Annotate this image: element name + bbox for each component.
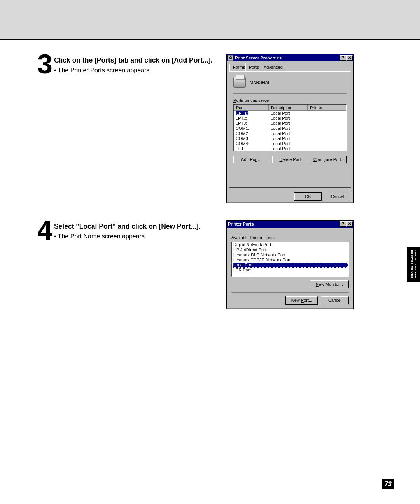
tab-strip: Forms Ports Advanced bbox=[229, 63, 351, 72]
step-4-title: Select "Local Port" and click on [New Po… bbox=[54, 222, 223, 231]
close-button[interactable]: ✕ bbox=[346, 55, 353, 61]
add-port-button[interactable]: Add Port... bbox=[233, 156, 269, 163]
close-button[interactable]: ✕ bbox=[346, 221, 353, 227]
table-row[interactable]: COM3:Local Port bbox=[234, 136, 346, 141]
printer-titlebar-icon: ⎙ bbox=[228, 55, 233, 61]
cancel-button[interactable]: Cancel bbox=[321, 296, 349, 304]
step-body: Click on the [Ports] tab and click on [A… bbox=[54, 54, 223, 74]
port-button-row: Add Port... Delete Port Configure Port..… bbox=[233, 156, 347, 163]
page-header-band bbox=[0, 0, 420, 39]
page-number: 73 bbox=[382, 479, 394, 489]
footer-buttons: New Port... Cancel bbox=[231, 296, 349, 304]
ports-listview[interactable]: Port Description Printer LPT1:Local Port… bbox=[233, 104, 347, 151]
help-button[interactable]: ? bbox=[340, 221, 346, 227]
tab-ports[interactable]: Ports bbox=[245, 63, 262, 71]
ports-on-server-label: Ports on this server bbox=[233, 98, 347, 103]
dialog-titlebar: ⎙ Print Server Properties ? ✕ bbox=[227, 54, 354, 61]
tab-advanced[interactable]: Advanced bbox=[260, 64, 286, 71]
print-server-properties-dialog: ⎙ Print Server Properties ? ✕ Forms Port… bbox=[226, 54, 354, 203]
list-item[interactable]: Local Port bbox=[233, 262, 348, 268]
help-button[interactable]: ? bbox=[340, 55, 346, 61]
col-printer[interactable]: Printer bbox=[308, 105, 346, 111]
table-row[interactable]: COM4:Local Port bbox=[234, 141, 346, 146]
available-ports-label: Available Printer Ports: bbox=[231, 235, 349, 240]
step-4-bullet: • The Port Name screen appears. bbox=[54, 233, 223, 240]
section-side-tab: INSTALLING THEPRINTER DRIVER bbox=[407, 247, 420, 282]
separator bbox=[231, 293, 349, 293]
cancel-button[interactable]: Cancel bbox=[324, 192, 351, 200]
list-item[interactable]: Digital Network Port bbox=[233, 242, 348, 247]
table-row[interactable]: LPT2:Local Port bbox=[234, 116, 346, 121]
dialog-title: Print Server Properties bbox=[235, 56, 282, 60]
step-number: 3 bbox=[37, 54, 52, 75]
col-description[interactable]: Description bbox=[269, 105, 308, 111]
ports-label-rest: orts on this server bbox=[236, 98, 270, 103]
dialog-body: Forms Ports Advanced MARSHAL Ports on th… bbox=[227, 61, 354, 190]
table-row[interactable]: LPT1:Local Port bbox=[234, 111, 346, 116]
step-3-bullet: • The Printer Ports screen appears. bbox=[54, 67, 223, 74]
server-row: MARSHAL bbox=[233, 75, 347, 94]
step-number: 4 bbox=[37, 220, 52, 241]
titlebar-buttons: ? ✕ bbox=[340, 221, 353, 227]
printer-icon bbox=[233, 77, 246, 88]
listview-rows: LPT1:Local PortLPT2:Local PortLPT3:Local… bbox=[234, 111, 346, 150]
delete-port-button[interactable]: Delete Port bbox=[272, 156, 308, 163]
table-row[interactable]: COM1:Local Port bbox=[234, 126, 346, 131]
step-3-left: 3 Click on the [Ports] tab and click on … bbox=[37, 54, 223, 203]
table-row[interactable]: COM2:Local Port bbox=[234, 131, 346, 136]
step-4: 4 Select "Local Port" and click on [New … bbox=[37, 220, 393, 309]
col-port[interactable]: Port bbox=[234, 105, 269, 111]
available-ports-list[interactable]: Digital Network PortHP JetDirect PortLex… bbox=[231, 242, 349, 276]
step-3-title: Click on the [Ports] tab and click on [A… bbox=[54, 56, 223, 65]
titlebar-buttons: ? ✕ bbox=[340, 55, 353, 61]
dialog-title: Printer Ports bbox=[228, 222, 254, 226]
list-item[interactable]: Lexmark DLC Network Port bbox=[233, 252, 348, 257]
new-monitor-button[interactable]: New Monitor... bbox=[310, 280, 349, 288]
table-row[interactable]: LPT3:Local Port bbox=[234, 121, 346, 126]
printer-ports-dialog: Printer Ports ? ✕ Available Printer Port… bbox=[226, 220, 354, 309]
tab-panel-ports: MARSHAL Ports on this server Port Descri… bbox=[229, 71, 351, 188]
list-item[interactable]: LPR Port bbox=[233, 268, 348, 273]
dialog-body: Available Printer Ports: Digital Network… bbox=[227, 228, 354, 309]
list-item[interactable]: Lexmark TCP/IP Network Port bbox=[233, 257, 348, 262]
dialog-footer: OK Cancel bbox=[227, 190, 354, 203]
server-name: MARSHAL bbox=[250, 80, 270, 85]
listview-header: Port Description Printer bbox=[234, 105, 346, 111]
configure-port-button[interactable]: Configure Port... bbox=[311, 156, 347, 163]
step-3: 3 Click on the [Ports] tab and click on … bbox=[37, 54, 393, 203]
content-area: 3 Click on the [Ports] tab and click on … bbox=[0, 40, 420, 309]
step-4-left: 4 Select "Local Port" and click on [New … bbox=[37, 220, 223, 309]
separator bbox=[233, 94, 347, 94]
step-body: Select "Local Port" and click on [New Po… bbox=[54, 220, 223, 240]
new-port-button[interactable]: New Port... bbox=[286, 296, 318, 304]
side-tab-text: INSTALLING THEPRINTER DRIVER bbox=[410, 250, 417, 278]
dialog-titlebar: Printer Ports ? ✕ bbox=[227, 220, 354, 228]
list-item[interactable]: HP JetDirect Port bbox=[233, 247, 348, 252]
table-row[interactable]: FILE:Local Port bbox=[234, 146, 346, 150]
ok-button[interactable]: OK bbox=[294, 192, 322, 200]
new-monitor-row: New Monitor... bbox=[231, 280, 349, 288]
